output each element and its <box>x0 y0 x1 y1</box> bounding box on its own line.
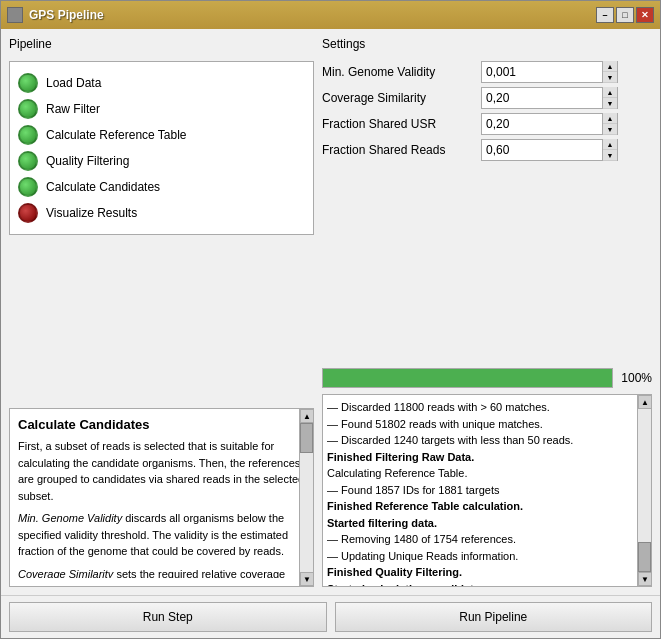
scroll-down-btn[interactable]: ▼ <box>300 572 314 586</box>
left-panel: Pipeline Load Data Raw Filter Calculate … <box>9 37 314 587</box>
pipeline-item-calc-ref-table[interactable]: Calculate Reference Table <box>18 122 305 148</box>
pipeline-label-calc-ref-table: Calculate Reference Table <box>46 128 187 142</box>
spin-down-0[interactable]: ▼ <box>603 72 617 83</box>
right-empty-space <box>322 171 652 362</box>
log-line-2: — Discarded 1240 targets with less than … <box>327 432 647 449</box>
desc-para-0: First, a subset of reads is selected tha… <box>18 438 305 504</box>
log-scrollbar[interactable]: ▲ ▼ <box>637 395 651 586</box>
settings-box: Min. Genome Validity ▲ ▼ Coverage Simila… <box>322 61 652 165</box>
description-text: First, a subset of reads is selected tha… <box>18 438 305 578</box>
log-scroll-up-btn[interactable]: ▲ <box>638 395 652 409</box>
log-line-8: — Removing 1480 of 1754 references. <box>327 531 647 548</box>
log-line-5: — Found 1857 IDs for 1881 targets <box>327 482 647 499</box>
pipeline-section-label: Pipeline <box>9 37 314 51</box>
pipeline-label-calc-candidates: Calculate Candidates <box>46 180 160 194</box>
scroll-up-btn[interactable]: ▲ <box>300 409 314 423</box>
log-box: — Discarded 11800 reads with > 60 matche… <box>322 394 652 587</box>
pipeline-label-load-data: Load Data <box>46 76 101 90</box>
settings-input-0[interactable] <box>482 62 602 82</box>
log-content: — Discarded 11800 reads with > 60 matche… <box>323 395 651 586</box>
pipeline-item-quality-filtering[interactable]: Quality Filtering <box>18 148 305 174</box>
spin-down-2[interactable]: ▼ <box>603 124 617 135</box>
description-scrollbar[interactable]: ▲ ▼ <box>299 409 313 586</box>
settings-input-2[interactable] <box>482 114 602 134</box>
desc-em-2: Coverage Similarity <box>18 568 113 579</box>
spin-btns-1: ▲ ▼ <box>602 87 617 109</box>
log-line-10: Finished Quality Filtering. <box>327 564 647 581</box>
spin-down-1[interactable]: ▼ <box>603 98 617 109</box>
status-dot-raw-filter <box>18 99 38 119</box>
spin-btns-2: ▲ ▼ <box>602 113 617 135</box>
log-line-9: — Updating Unique Reads information. <box>327 548 647 565</box>
main-content: Pipeline Load Data Raw Filter Calculate … <box>1 29 660 595</box>
right-panel: Settings Min. Genome Validity ▲ ▼ Covera… <box>322 37 652 587</box>
pipeline-box: Load Data Raw Filter Calculate Reference… <box>9 61 314 235</box>
pipeline-label-raw-filter: Raw Filter <box>46 102 100 116</box>
spin-btns-0: ▲ ▼ <box>602 61 617 83</box>
progress-bar-fill <box>323 369 612 387</box>
pipeline-item-raw-filter[interactable]: Raw Filter <box>18 96 305 122</box>
log-line-3: Finished Filtering Raw Data. <box>327 449 647 466</box>
bottom-bar: Run Step Run Pipeline <box>1 595 660 638</box>
settings-label-3: Fraction Shared Reads <box>322 143 477 157</box>
log-line-4: Calculating Reference Table. <box>327 465 647 482</box>
pipeline-item-load-data[interactable]: Load Data <box>18 70 305 96</box>
settings-row-1: Coverage Similarity ▲ ▼ <box>322 87 652 109</box>
log-line-11: Started calculating candidates. <box>327 581 647 587</box>
log-scroll-down-btn[interactable]: ▼ <box>638 572 652 586</box>
title-bar-left: GPS Pipeline <box>7 7 104 23</box>
pipeline-item-visualize-results[interactable]: Visualize Results <box>18 200 305 226</box>
main-window: GPS Pipeline – □ ✕ Pipeline Load Data Ra… <box>0 0 661 639</box>
pipeline-item-calc-candidates[interactable]: Calculate Candidates <box>18 174 305 200</box>
log-line-7: Started filtering data. <box>327 515 647 532</box>
spin-up-1[interactable]: ▲ <box>603 87 617 98</box>
log-line-6: Finished Reference Table calculation. <box>327 498 647 515</box>
scroll-thumb[interactable] <box>300 423 313 453</box>
spin-up-2[interactable]: ▲ <box>603 113 617 124</box>
settings-label-2: Fraction Shared USR <box>322 117 477 131</box>
pipeline-label-quality-filtering: Quality Filtering <box>46 154 129 168</box>
status-dot-visualize-results <box>18 203 38 223</box>
desc-em-1: Min. Genome Validity <box>18 512 122 524</box>
desc-para-2: Coverage Similarity sets the required re… <box>18 566 305 579</box>
empty-space <box>9 241 314 402</box>
settings-input-wrap-3: ▲ ▼ <box>481 139 618 161</box>
title-bar-controls: – □ ✕ <box>596 7 654 23</box>
description-title: Calculate Candidates <box>18 417 305 432</box>
pipeline-label-visualize-results: Visualize Results <box>46 206 137 220</box>
settings-section-label: Settings <box>322 37 652 51</box>
progress-area: 100% <box>322 368 652 388</box>
title-bar: GPS Pipeline – □ ✕ <box>1 1 660 29</box>
log-line-1: — Found 51802 reads with unique matches. <box>327 416 647 433</box>
settings-input-1[interactable] <box>482 88 602 108</box>
log-scroll-thumb[interactable] <box>638 542 651 572</box>
settings-input-wrap-1: ▲ ▼ <box>481 87 618 109</box>
settings-input-wrap-0: ▲ ▼ <box>481 61 618 83</box>
run-step-button[interactable]: Run Step <box>9 602 327 632</box>
settings-row-3: Fraction Shared Reads ▲ ▼ <box>322 139 652 161</box>
settings-row-0: Min. Genome Validity ▲ ▼ <box>322 61 652 83</box>
spin-up-0[interactable]: ▲ <box>603 61 617 72</box>
settings-label-1: Coverage Similarity <box>322 91 477 105</box>
progress-bar-wrap <box>322 368 613 388</box>
settings-input-3[interactable] <box>482 140 602 160</box>
spin-down-3[interactable]: ▼ <box>603 150 617 161</box>
desc-para-1: Min. Genome Validity discards all organi… <box>18 510 305 560</box>
run-pipeline-button[interactable]: Run Pipeline <box>335 602 653 632</box>
status-dot-quality-filtering <box>18 151 38 171</box>
log-line-0: — Discarded 11800 reads with > 60 matche… <box>327 399 647 416</box>
maximize-button[interactable]: □ <box>616 7 634 23</box>
app-icon <box>7 7 23 23</box>
log-scroll-track <box>638 409 651 572</box>
window-title: GPS Pipeline <box>29 8 104 22</box>
spin-up-3[interactable]: ▲ <box>603 139 617 150</box>
description-box: Calculate Candidates First, a subset of … <box>9 408 314 587</box>
status-dot-load-data <box>18 73 38 93</box>
settings-label-0: Min. Genome Validity <box>322 65 477 79</box>
status-dot-calc-ref-table <box>18 125 38 145</box>
minimize-button[interactable]: – <box>596 7 614 23</box>
scroll-track <box>300 423 313 572</box>
progress-label: 100% <box>617 371 652 385</box>
spin-btns-3: ▲ ▼ <box>602 139 617 161</box>
close-button[interactable]: ✕ <box>636 7 654 23</box>
